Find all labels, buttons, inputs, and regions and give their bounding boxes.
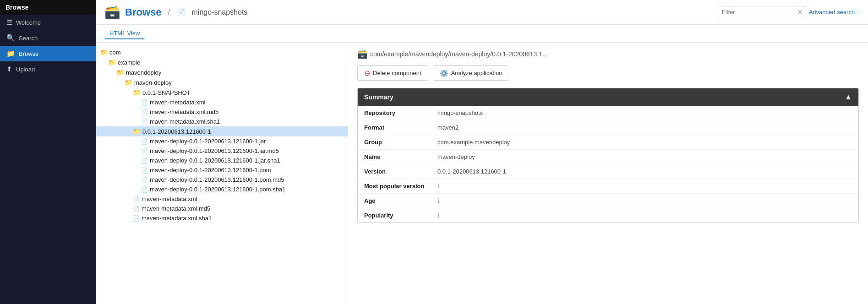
- summary-key: Most popular version: [358, 179, 431, 194]
- tree-node-label: maven-metadata.xml.sha1: [142, 215, 212, 222]
- summary-title: Summary: [364, 93, 393, 101]
- file-icon: 📄: [141, 109, 148, 115]
- tree-node-label: maven-deploy-0.0.1-20200613.121600-1.jar…: [150, 147, 279, 154]
- tree-node[interactable]: 📄maven-deploy-0.0.1-20200613.121600-1.po…: [96, 165, 348, 175]
- html-view-button[interactable]: HTML View: [104, 27, 145, 39]
- welcome-icon: ☰: [6, 18, 12, 27]
- sidebar-item-browse[interactable]: 📁 Browse: [0, 46, 96, 61]
- info-icon[interactable]: ℹ: [437, 183, 440, 190]
- summary-value: 0.0.1-20200613.121600-1: [431, 164, 858, 179]
- summary-collapse-icon[interactable]: ▲: [845, 93, 852, 101]
- tree-node[interactable]: 📄maven-metadata.xml: [96, 194, 348, 204]
- tree-node[interactable]: 📁example: [96, 57, 348, 67]
- sidebar-item-label: Search: [19, 35, 38, 42]
- page-header: 🗃️ Browse / 📄 mingo-snapshots ✕ Advanced…: [96, 0, 868, 25]
- sidebar-item-label: Welcome: [16, 19, 41, 26]
- details-panel: 🗃️ com/example/mavendeploy/maven-deploy/…: [348, 43, 868, 304]
- tree-node[interactable]: 📄maven-metadata.xml.md5: [96, 107, 348, 117]
- tree-node-label: maven-deploy-0.0.1-20200613.121600-1.jar: [150, 138, 266, 145]
- tree-node-label: maven-metadata.xml.md5: [142, 205, 210, 212]
- file-icon: 📄: [133, 196, 140, 202]
- file-icon: 📄: [141, 138, 148, 145]
- file-icon: 📄: [133, 215, 140, 222]
- sidebar-item-welcome[interactable]: ☰ Welcome: [0, 15, 96, 30]
- tree-node[interactable]: 📄maven-metadata.xml: [96, 98, 348, 107]
- summary-table: Repositorymingo-snapshotsFormatmaven2Gro…: [358, 106, 858, 223]
- tree-node-label: maven-deploy-0.0.1-20200613.121600-1.pom…: [150, 176, 284, 183]
- page-title: Browse: [125, 6, 161, 18]
- summary-key: Age: [358, 194, 431, 208]
- tree-node[interactable]: 📄maven-deploy-0.0.1-20200613.121600-1.ja…: [96, 146, 348, 156]
- file-icon: 📄: [133, 206, 140, 212]
- tree-node[interactable]: 📄maven-deploy-0.0.1-20200613.121600-1.po…: [96, 185, 348, 194]
- tree-node[interactable]: 📁0.0.1-SNAPSHOT: [96, 87, 348, 98]
- tree-node[interactable]: 📁maven-deploy: [96, 77, 348, 87]
- filter-clear-icon[interactable]: ✕: [797, 8, 803, 16]
- sidebar-item-upload[interactable]: ⬆ Upload: [0, 61, 96, 77]
- info-icon[interactable]: ℹ: [437, 212, 440, 219]
- sidebar-item-search[interactable]: 🔍 Search: [0, 30, 96, 46]
- file-icon: 📄: [141, 177, 148, 183]
- folder-icon: 📁: [133, 89, 141, 96]
- folder-icon: 📁: [125, 79, 132, 86]
- file-icon: 📄: [141, 119, 148, 125]
- tree-node-label: 0.0.1-20200613.121600-1: [142, 128, 211, 135]
- summary-header: Summary ▲: [358, 88, 858, 106]
- tree-node[interactable]: 📁0.0.1-20200613.121600-1: [96, 126, 348, 136]
- breadcrumb-icon: 📄: [177, 8, 186, 16]
- delete-component-button[interactable]: ⊖ Delete component: [357, 65, 428, 81]
- advanced-search-button[interactable]: Advanced search...: [809, 9, 860, 16]
- tree-node-label: example: [118, 59, 140, 66]
- summary-key: Name: [358, 150, 431, 164]
- delete-label: Delete component: [373, 70, 421, 76]
- sidebar-item-label: Upload: [16, 66, 35, 73]
- toolbar: HTML View: [96, 25, 868, 43]
- file-icon: 📄: [141, 157, 148, 164]
- details-path-text: com/example/mavendeploy/maven-deploy/0.0…: [370, 50, 548, 58]
- file-tree: 📁com📁example📁mavendeploy📁maven-deploy📁0.…: [96, 43, 348, 304]
- tree-node-label: maven-deploy-0.0.1-20200613.121600-1.jar…: [150, 157, 280, 164]
- tree-node[interactable]: 📄maven-metadata.xml.sha1: [96, 213, 348, 223]
- breadcrumb-separator: /: [168, 7, 170, 17]
- tree-node[interactable]: 📄maven-deploy-0.0.1-20200613.121600-1.ja…: [96, 136, 348, 146]
- summary-row: Repositorymingo-snapshots: [358, 106, 858, 120]
- summary-value: maven-deploy: [431, 150, 858, 164]
- summary-key: Version: [358, 164, 431, 179]
- file-icon: 📄: [141, 186, 148, 193]
- analyze-application-button[interactable]: ⚙️ Analyze application: [433, 65, 509, 81]
- sidebar: Browse ☰ Welcome 🔍 Search 📁 Browse ⬆ Upl…: [0, 0, 96, 304]
- summary-row: Ageℹ: [358, 194, 858, 208]
- details-path-icon: 🗃️: [357, 49, 367, 59]
- tree-node[interactable]: 📄maven-metadata.xml.sha1: [96, 117, 348, 126]
- filter-input-wrap: ✕: [719, 6, 806, 18]
- upload-icon: ⬆: [6, 65, 12, 73]
- tree-node[interactable]: 📁com: [96, 47, 348, 57]
- summary-row: Version0.0.1-20200613.121600-1: [358, 164, 858, 179]
- summary-value: maven2: [431, 120, 858, 135]
- browse-icon: 📁: [6, 49, 15, 58]
- gear-icon: ⚙️: [440, 69, 448, 77]
- folder-icon: 📁: [100, 49, 108, 56]
- summary-row: Groupcom.example.mavendeploy: [358, 135, 858, 150]
- summary-key: Popularity: [358, 208, 431, 223]
- tree-node-label: maven-deploy: [134, 79, 172, 86]
- tree-node-label: maven-deploy-0.0.1-20200613.121600-1.pom…: [150, 186, 285, 193]
- summary-key: Repository: [358, 106, 431, 120]
- tree-node[interactable]: 📄maven-deploy-0.0.1-20200613.121600-1.ja…: [96, 156, 348, 165]
- delete-icon: ⊖: [364, 69, 370, 77]
- filter-input[interactable]: [722, 9, 795, 16]
- summary-value: com.example.mavendeploy: [431, 135, 858, 149]
- tree-node[interactable]: 📄maven-metadata.xml.md5: [96, 204, 348, 213]
- summary-value: ℹ: [431, 208, 858, 223]
- summary-row: Most popular versionℹ: [358, 179, 858, 194]
- tree-node-label: maven-metadata.xml: [142, 195, 197, 202]
- summary-value: mingo-snapshots: [431, 106, 858, 120]
- info-icon[interactable]: ℹ: [437, 197, 440, 204]
- folder-icon: 📁: [133, 128, 141, 135]
- summary-value: ℹ: [431, 179, 858, 193]
- tree-node-label: maven-deploy-0.0.1-20200613.121600-1.pom: [150, 167, 271, 174]
- tree-node[interactable]: 📄maven-deploy-0.0.1-20200613.121600-1.po…: [96, 175, 348, 185]
- folder-icon: 📁: [108, 59, 116, 66]
- tree-node[interactable]: 📁mavendeploy: [96, 67, 348, 77]
- action-buttons: ⊖ Delete component ⚙️ Analyze applicatio…: [357, 65, 859, 81]
